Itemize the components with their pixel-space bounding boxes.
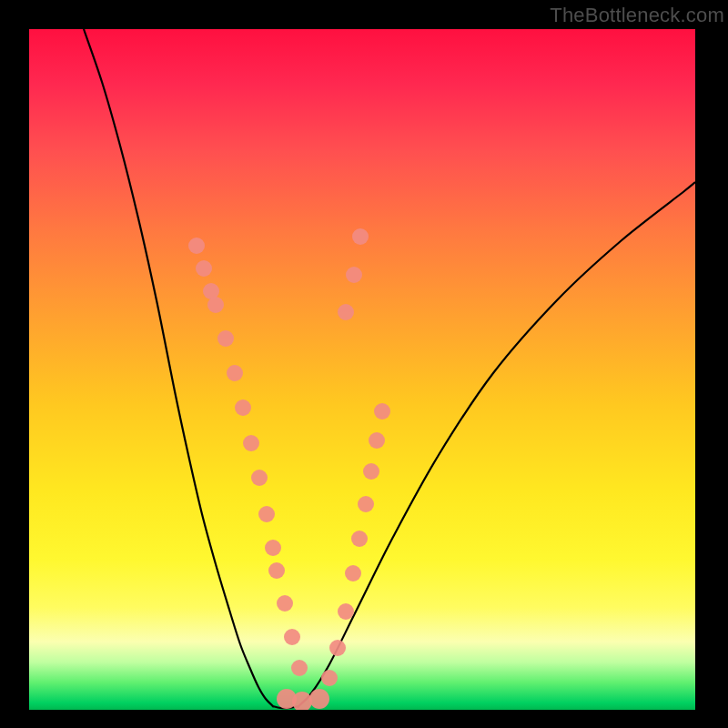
curve-path (84, 29, 695, 708)
data-marker (243, 435, 259, 451)
data-markers (188, 228, 390, 710)
data-marker (277, 595, 293, 612)
data-marker (346, 267, 362, 283)
plot-area (29, 29, 695, 710)
data-marker (358, 496, 374, 512)
data-marker (369, 432, 385, 449)
data-marker (329, 640, 346, 656)
curve-layer (29, 29, 695, 710)
data-marker (188, 238, 205, 254)
data-marker (227, 365, 243, 381)
chart-frame: TheBottleneck.com (0, 0, 728, 728)
data-marker (309, 689, 329, 709)
data-marker (268, 562, 285, 579)
data-marker (258, 506, 275, 522)
data-marker (338, 304, 354, 320)
data-marker (338, 603, 354, 620)
data-marker (235, 399, 251, 416)
data-marker (291, 660, 308, 676)
data-marker (363, 463, 379, 480)
data-marker (321, 670, 338, 686)
data-marker (352, 228, 369, 245)
bottleneck-curve (84, 29, 695, 708)
data-marker (351, 531, 368, 547)
watermark-text: TheBottleneck.com (550, 4, 724, 27)
data-marker (196, 260, 212, 277)
data-marker (374, 403, 390, 420)
data-marker (284, 629, 300, 645)
data-marker (207, 297, 224, 313)
data-marker (345, 565, 361, 581)
data-marker (265, 540, 281, 556)
data-marker (251, 470, 268, 486)
data-marker (217, 330, 234, 347)
